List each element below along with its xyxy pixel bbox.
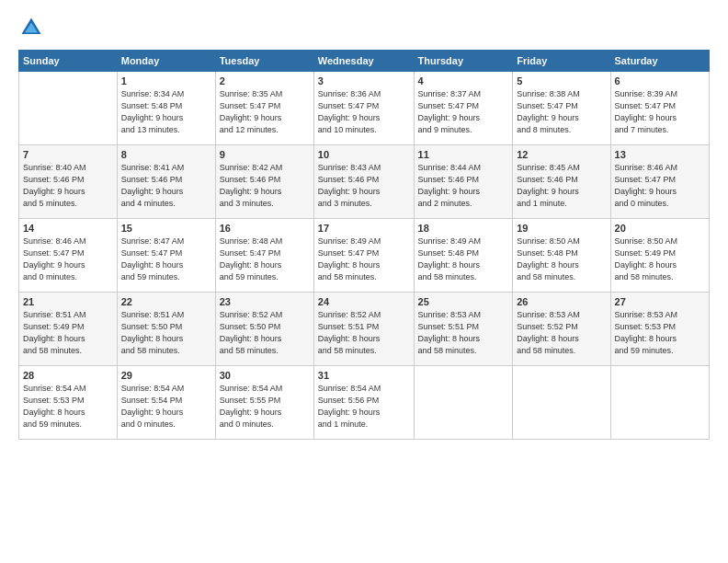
day-cell-20: 20Sunrise: 8:50 AM Sunset: 5:49 PM Dayli…: [610, 219, 709, 293]
day-detail: Sunrise: 8:38 AM Sunset: 5:47 PM Dayligh…: [517, 88, 606, 136]
day-number: 15: [121, 223, 211, 234]
day-detail: Sunrise: 8:54 AM Sunset: 5:56 PM Dayligh…: [318, 383, 410, 431]
day-number: 26: [517, 296, 606, 307]
day-number: 23: [220, 296, 310, 307]
day-number: 4: [418, 75, 509, 86]
day-cell-12: 12Sunrise: 8:45 AM Sunset: 5:46 PM Dayli…: [513, 145, 610, 219]
weekday-saturday: Saturday: [610, 51, 709, 72]
day-cell-8: 8Sunrise: 8:41 AM Sunset: 5:46 PM Daylig…: [117, 145, 215, 219]
day-cell-3: 3Sunrise: 8:36 AM Sunset: 5:47 PM Daylig…: [313, 72, 414, 145]
day-cell-17: 17Sunrise: 8:49 AM Sunset: 5:47 PM Dayli…: [313, 219, 414, 293]
day-number: 29: [121, 370, 211, 381]
header: [18, 15, 710, 40]
week-row-2: 7Sunrise: 8:40 AM Sunset: 5:46 PM Daylig…: [19, 145, 710, 219]
day-cell-6: 6Sunrise: 8:39 AM Sunset: 5:47 PM Daylig…: [610, 72, 709, 145]
day-number: 14: [23, 223, 113, 234]
day-cell-9: 9Sunrise: 8:42 AM Sunset: 5:46 PM Daylig…: [215, 145, 313, 219]
logo-icon: [18, 15, 44, 40]
day-number: 31: [318, 370, 410, 381]
day-cell-5: 5Sunrise: 8:38 AM Sunset: 5:47 PM Daylig…: [513, 72, 610, 145]
day-number: 21: [23, 296, 113, 307]
day-cell-33: [513, 366, 610, 440]
day-cell-22: 22Sunrise: 8:51 AM Sunset: 5:50 PM Dayli…: [117, 293, 215, 366]
day-detail: Sunrise: 8:39 AM Sunset: 5:47 PM Dayligh…: [615, 88, 705, 136]
day-detail: Sunrise: 8:52 AM Sunset: 5:51 PM Dayligh…: [318, 309, 410, 357]
day-cell-18: 18Sunrise: 8:49 AM Sunset: 5:48 PM Dayli…: [414, 219, 513, 293]
day-detail: Sunrise: 8:46 AM Sunset: 5:47 PM Dayligh…: [615, 162, 705, 210]
day-detail: Sunrise: 8:40 AM Sunset: 5:46 PM Dayligh…: [23, 162, 113, 210]
day-cell-13: 13Sunrise: 8:46 AM Sunset: 5:47 PM Dayli…: [610, 145, 709, 219]
day-cell-32: [414, 366, 513, 440]
day-detail: Sunrise: 8:35 AM Sunset: 5:47 PM Dayligh…: [220, 88, 310, 136]
day-cell-31: 31Sunrise: 8:54 AM Sunset: 5:56 PM Dayli…: [313, 366, 414, 440]
day-number: 17: [318, 223, 410, 234]
day-cell-27: 27Sunrise: 8:53 AM Sunset: 5:53 PM Dayli…: [610, 293, 709, 366]
day-number: 9: [220, 149, 310, 160]
week-row-3: 14Sunrise: 8:46 AM Sunset: 5:47 PM Dayli…: [19, 219, 710, 293]
day-detail: Sunrise: 8:43 AM Sunset: 5:46 PM Dayligh…: [318, 162, 410, 210]
day-cell-29: 29Sunrise: 8:54 AM Sunset: 5:54 PM Dayli…: [117, 366, 215, 440]
day-cell-14: 14Sunrise: 8:46 AM Sunset: 5:47 PM Dayli…: [19, 219, 118, 293]
day-number: 2: [220, 75, 310, 86]
weekday-sunday: Sunday: [19, 51, 118, 72]
day-detail: Sunrise: 8:54 AM Sunset: 5:53 PM Dayligh…: [23, 383, 113, 431]
day-cell-21: 21Sunrise: 8:51 AM Sunset: 5:49 PM Dayli…: [19, 293, 118, 366]
day-number: 12: [517, 149, 606, 160]
day-detail: Sunrise: 8:53 AM Sunset: 5:51 PM Dayligh…: [418, 309, 509, 357]
weekday-header-row: SundayMondayTuesdayWednesdayThursdayFrid…: [19, 51, 710, 72]
day-detail: Sunrise: 8:44 AM Sunset: 5:46 PM Dayligh…: [418, 162, 509, 210]
weekday-wednesday: Wednesday: [313, 51, 414, 72]
day-number: 16: [220, 223, 310, 234]
day-number: 30: [220, 370, 310, 381]
weekday-thursday: Thursday: [414, 51, 513, 72]
day-number: 11: [418, 149, 509, 160]
logo: [18, 15, 46, 40]
day-number: 19: [517, 223, 606, 234]
day-detail: Sunrise: 8:41 AM Sunset: 5:46 PM Dayligh…: [121, 162, 211, 210]
day-detail: Sunrise: 8:51 AM Sunset: 5:50 PM Dayligh…: [121, 309, 211, 357]
day-cell-1: 1Sunrise: 8:34 AM Sunset: 5:48 PM Daylig…: [117, 72, 215, 145]
day-cell-15: 15Sunrise: 8:47 AM Sunset: 5:47 PM Dayli…: [117, 219, 215, 293]
day-number: 24: [318, 296, 410, 307]
day-number: 6: [615, 75, 705, 86]
week-row-4: 21Sunrise: 8:51 AM Sunset: 5:49 PM Dayli…: [19, 293, 710, 366]
page: SundayMondayTuesdayWednesdayThursdayFrid…: [0, 0, 728, 563]
day-cell-10: 10Sunrise: 8:43 AM Sunset: 5:46 PM Dayli…: [313, 145, 414, 219]
day-detail: Sunrise: 8:49 AM Sunset: 5:47 PM Dayligh…: [318, 236, 410, 283]
day-cell-2: 2Sunrise: 8:35 AM Sunset: 5:47 PM Daylig…: [215, 72, 313, 145]
day-number: 22: [121, 296, 211, 307]
day-detail: Sunrise: 8:50 AM Sunset: 5:48 PM Dayligh…: [517, 236, 606, 283]
day-cell-34: [610, 366, 709, 440]
day-cell-23: 23Sunrise: 8:52 AM Sunset: 5:50 PM Dayli…: [215, 293, 313, 366]
day-detail: Sunrise: 8:47 AM Sunset: 5:47 PM Dayligh…: [121, 236, 211, 283]
day-cell-24: 24Sunrise: 8:52 AM Sunset: 5:51 PM Dayli…: [313, 293, 414, 366]
day-detail: Sunrise: 8:42 AM Sunset: 5:46 PM Dayligh…: [220, 162, 310, 210]
day-number: 10: [318, 149, 410, 160]
day-detail: Sunrise: 8:54 AM Sunset: 5:54 PM Dayligh…: [121, 383, 211, 431]
day-number: 5: [517, 75, 606, 86]
day-cell-4: 4Sunrise: 8:37 AM Sunset: 5:47 PM Daylig…: [414, 72, 513, 145]
day-cell-7: 7Sunrise: 8:40 AM Sunset: 5:46 PM Daylig…: [19, 145, 118, 219]
day-detail: Sunrise: 8:54 AM Sunset: 5:55 PM Dayligh…: [220, 383, 310, 431]
day-detail: Sunrise: 8:46 AM Sunset: 5:47 PM Dayligh…: [23, 236, 113, 283]
day-number: 27: [615, 296, 705, 307]
day-number: 13: [615, 149, 705, 160]
day-cell-30: 30Sunrise: 8:54 AM Sunset: 5:55 PM Dayli…: [215, 366, 313, 440]
day-number: 18: [418, 223, 509, 234]
day-detail: Sunrise: 8:53 AM Sunset: 5:53 PM Dayligh…: [615, 309, 705, 357]
day-cell-28: 28Sunrise: 8:54 AM Sunset: 5:53 PM Dayli…: [19, 366, 118, 440]
day-detail: Sunrise: 8:34 AM Sunset: 5:48 PM Dayligh…: [121, 88, 211, 136]
day-number: 3: [318, 75, 410, 86]
day-number: 28: [23, 370, 113, 381]
day-cell-11: 11Sunrise: 8:44 AM Sunset: 5:46 PM Dayli…: [414, 145, 513, 219]
day-cell-26: 26Sunrise: 8:53 AM Sunset: 5:52 PM Dayli…: [513, 293, 610, 366]
day-number: 7: [23, 149, 113, 160]
weekday-tuesday: Tuesday: [215, 51, 313, 72]
weekday-monday: Monday: [117, 51, 215, 72]
day-detail: Sunrise: 8:52 AM Sunset: 5:50 PM Dayligh…: [220, 309, 310, 357]
day-cell-0: [19, 72, 118, 145]
day-detail: Sunrise: 8:49 AM Sunset: 5:48 PM Dayligh…: [418, 236, 509, 283]
day-number: 20: [615, 223, 705, 234]
day-detail: Sunrise: 8:50 AM Sunset: 5:49 PM Dayligh…: [615, 236, 705, 283]
day-number: 8: [121, 149, 211, 160]
